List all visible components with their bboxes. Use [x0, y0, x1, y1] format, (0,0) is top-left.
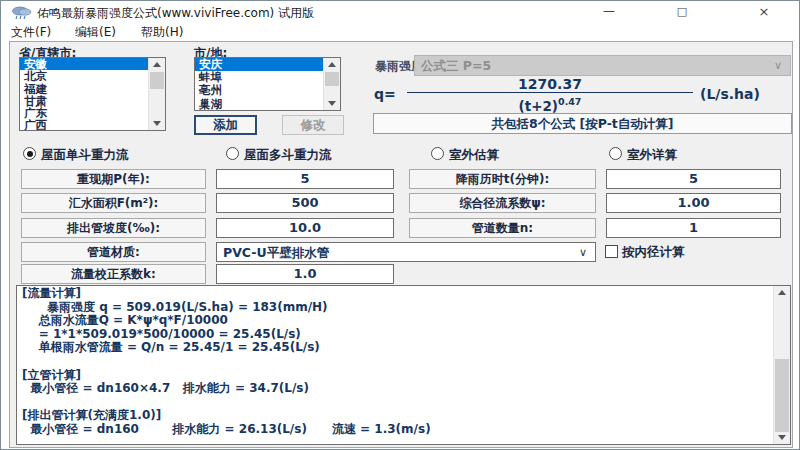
pipe-count-input[interactable]: 1 [606, 218, 781, 238]
add-button[interactable]: 添加 [194, 115, 257, 135]
scrollbar-thumb[interactable] [325, 72, 339, 86]
city-listbox: 安庆 蚌埠 亳州 巢湖 [194, 57, 341, 111]
output-line: 最小管径 = dn160×4.7 排水能力 = 34.7(L/s) [22, 382, 772, 396]
window-title: 佑鸣最新暴雨强度公式(www.viviFree.com) 试用版 [37, 5, 314, 22]
output-line [22, 355, 772, 369]
radio-icon[interactable] [226, 147, 239, 160]
output-line: [排出管计算(充满度1.0)] [22, 409, 772, 423]
province-listbox: 安徽 北京 福建 甘肃 广东 广西 [19, 57, 166, 131]
radio-icon[interactable] [609, 147, 622, 160]
inner-diameter-checkbox[interactable] [605, 245, 618, 258]
formula-select-value: 公式三 P=5 [421, 58, 491, 73]
formula-fraction: 1270.37 (t+2)0.47 [407, 76, 693, 110]
scroll-down-icon[interactable] [324, 97, 340, 110]
scroll-down-icon[interactable] [774, 431, 790, 444]
menu-help[interactable]: 帮助(H) [141, 24, 183, 41]
scroll-up-icon[interactable] [324, 58, 340, 71]
pipe-material-value: PVC-U平壁排水管 [223, 245, 329, 260]
city-scrollbar[interactable] [323, 58, 340, 110]
list-item-city[interactable]: 亳州 [195, 84, 324, 97]
scroll-down-icon[interactable] [149, 117, 165, 130]
scrollbar-thumb[interactable] [150, 72, 164, 89]
output-line [22, 396, 772, 410]
formula-exponent: 0.47 [558, 96, 581, 107]
scrollbar-thumb[interactable] [775, 359, 789, 432]
scroll-up-icon[interactable] [149, 58, 165, 71]
return-period-label: 重现期P(年): [21, 169, 206, 189]
pipe-material-select[interactable]: PVC-U平壁排水管 ∨ [216, 242, 596, 262]
catchment-area-input[interactable]: 500 [216, 193, 394, 213]
output-line: [流量计算] [22, 287, 772, 301]
list-item-city[interactable]: 巢湖 [195, 98, 324, 110]
output-line: 总雨水流量Q = K*ψ*q*F/10000 [22, 314, 772, 328]
app-window: 佑鸣最新暴雨强度公式(www.viviFree.com) 试用版 — □ × 文… [0, 0, 800, 450]
runoff-coefficient-input[interactable]: 1.00 [606, 193, 781, 213]
rain-duration-input[interactable]: 5 [606, 169, 781, 189]
close-button[interactable]: × [741, 1, 787, 23]
calculation-output: [流量计算] 暴雨强度 q = 509.019(L/S.ha) = 183(mm… [16, 285, 791, 445]
title-bar: 佑鸣最新暴雨强度公式(www.viviFree.com) 试用版 — □ × [1, 1, 799, 23]
province-scrollbar[interactable] [148, 58, 165, 130]
formula-q-label: q= [374, 86, 396, 102]
output-line: = 1*1*509.019*500/10000 = 25.45(L/s) [22, 328, 772, 342]
output-line: 单根雨水管流量 = Q/n = 25.45/1 = 25.45(L/s) [22, 341, 772, 355]
formula-select: 公式三 P=5 ∨ [414, 55, 791, 76]
chevron-down-icon: ∨ [774, 56, 782, 75]
formula-numerator: 1270.37 [407, 76, 693, 92]
output-line: [立管计算] [22, 369, 772, 383]
return-period-input[interactable]: 5 [216, 169, 394, 189]
formula-info-box: 共包括8个公式 [按P-t自动计算] [373, 113, 792, 134]
runoff-coefficient-label: 综合径流系数ψ: [409, 193, 596, 213]
menu-bar: 文件(F) 编辑(E) 帮助(H) [1, 23, 799, 41]
list-item-province[interactable]: 广西 [20, 119, 149, 130]
output-line: 最小管径 = dn160 排水能力 = 26.13(L/s) 流速 = 1.3(… [22, 423, 772, 437]
outlet-slope-input[interactable]: 10.0 [216, 218, 394, 238]
list-item-province[interactable]: 北京 [20, 70, 149, 82]
radio-icon[interactable] [431, 147, 444, 160]
catchment-area-label: 汇水面积F(m²): [21, 193, 206, 213]
output-line: 暴雨强度 q = 509.019(L/S.ha) = 183(mm/H) [22, 301, 772, 315]
inner-diameter-checkbox-label: 按内径计算 [622, 244, 685, 261]
pipe-material-label: 管道材质: [21, 242, 206, 262]
formula-denominator: (t+2)0.47 [407, 92, 693, 110]
correction-factor-label: 流量校正系数k: [21, 264, 206, 284]
menu-edit[interactable]: 编辑(E) [75, 24, 116, 41]
menu-file[interactable]: 文件(F) [11, 24, 51, 41]
scroll-up-icon[interactable] [774, 286, 790, 299]
correction-factor-input[interactable]: 1.0 [216, 264, 394, 284]
chevron-down-icon: ∨ [579, 243, 587, 262]
rain-cloud-icon [12, 5, 32, 20]
formula-unit: (L/s.ha) [700, 86, 760, 102]
outlet-slope-label: 排出管坡度(‰): [21, 218, 206, 238]
calculation-output-text: [流量计算] 暴雨强度 q = 509.019(L/S.ha) = 183(mm… [22, 287, 772, 443]
maximize-button[interactable]: □ [659, 1, 705, 23]
radio-selected-icon[interactable] [23, 147, 36, 160]
minimize-button[interactable]: — [586, 1, 632, 23]
modify-button: 修改 [282, 115, 344, 135]
rain-duration-label: 降雨历时t(分钟): [409, 169, 596, 189]
client-area: 省/直辖市: 安徽 北京 福建 甘肃 广东 广西 市/地: 安庆 蚌埠 亳州 [9, 41, 793, 448]
output-scrollbar[interactable] [773, 286, 790, 444]
pipe-count-label: 管道数量n: [409, 218, 596, 238]
